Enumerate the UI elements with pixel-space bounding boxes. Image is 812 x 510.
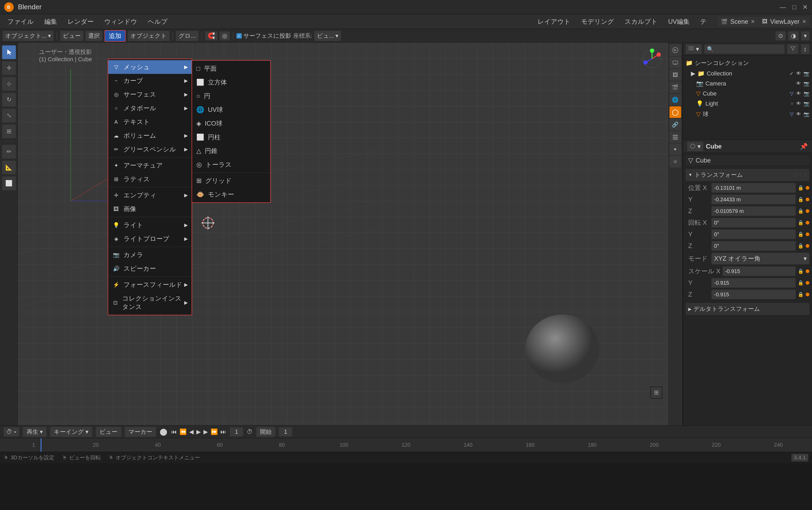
scale-y-lock[interactable]: 🔒	[798, 280, 804, 286]
menu-render[interactable]: レンダー	[63, 16, 98, 27]
menu-te[interactable]: テ	[695, 16, 712, 27]
mesh-torus[interactable]: ◎ トーラス	[192, 158, 270, 172]
next-keyframe-btn[interactable]: ▶	[203, 428, 208, 435]
cube-render-icon[interactable]: 📷	[804, 91, 809, 96]
maximize-button[interactable]: □	[792, 3, 796, 11]
object-name-field[interactable]: ▽ Cube	[686, 156, 809, 165]
collection-item[interactable]: ▶ 📁 Collection ✓ 👁 📷	[688, 69, 812, 79]
mesh-grid[interactable]: ⊞ グリッド	[192, 174, 270, 188]
viewport[interactable]: ユーザー・透視投影 (1) Collection | Cube ▽ メッシュ ▶	[18, 43, 668, 425]
timeline-view-btn[interactable]: ビュー	[96, 427, 121, 437]
location-x-field[interactable]: -0.13101 m	[712, 183, 795, 192]
scale-y-field[interactable]: -0.915	[712, 278, 795, 288]
next-frame-btn[interactable]: ⏩	[210, 428, 218, 435]
menu-lightprobe[interactable]: ◈ ライトプローブ ▶	[108, 232, 192, 246]
collection-eye-icon[interactable]: 👁	[796, 71, 801, 77]
jump-end-btn[interactable]: ⏭	[220, 428, 226, 435]
prop-particles-icon[interactable]: ✦	[669, 144, 681, 155]
play-stop-btn[interactable]: ▶	[196, 428, 201, 435]
menu-force[interactable]: ⚡ フォースフィールド ▶	[108, 278, 192, 292]
outliner-mode-btn[interactable]: ▾	[686, 44, 702, 54]
rotation-z-dot[interactable]	[806, 244, 809, 248]
outliner-filter-btn[interactable]	[787, 44, 798, 54]
menu-image[interactable]: 🖼 画像	[108, 202, 192, 216]
sphere-eye-icon[interactable]: 👁	[796, 111, 801, 117]
collection-expand-icon[interactable]: ▶	[691, 70, 695, 77]
rotation-x-dot[interactable]	[806, 221, 809, 224]
light-eye-icon[interactable]: 👁	[796, 101, 801, 107]
rotation-y-field[interactable]: 0°	[712, 230, 795, 239]
end-frame[interactable]: 1	[279, 427, 292, 437]
jump-start-btn[interactable]: ⏮	[171, 428, 177, 435]
transform-section[interactable]: トランスフォーム ⋮⋮⋮	[686, 169, 809, 181]
play-btn[interactable]: 再生 ▾	[23, 427, 47, 437]
proportional-edit-icon[interactable]: ◎	[220, 31, 230, 40]
location-z-dot[interactable]	[806, 209, 809, 213]
scale-z-lock[interactable]: 🔒	[798, 292, 804, 297]
location-x-dot[interactable]	[806, 186, 809, 190]
menu-mesh[interactable]: ▽ メッシュ ▶ □ 平面 ⬜ 立方体 ○	[108, 60, 192, 74]
menu-light[interactable]: 💡 ライト ▶	[108, 218, 192, 232]
rotation-x-lock[interactable]: 🔒	[798, 220, 804, 226]
marker-btn[interactable]: マーカー	[125, 427, 156, 437]
glo-menu[interactable]: グロ...	[176, 31, 198, 41]
close-button[interactable]: ✕	[803, 3, 808, 11]
menu-layout[interactable]: レイアウト	[533, 16, 575, 27]
prop-world-icon[interactable]: 🌐	[669, 94, 681, 106]
prop-modifier-icon[interactable]	[669, 131, 681, 143]
location-y-lock[interactable]: 🔒	[798, 197, 804, 202]
keying-btn[interactable]: キーイング ▾	[50, 427, 92, 437]
rotation-x-field[interactable]: 0°	[712, 218, 795, 228]
rotate-tool[interactable]: ↻	[2, 93, 16, 107]
location-y-field[interactable]: -0.24433 m	[712, 195, 795, 204]
pin-icon[interactable]: 📌	[800, 143, 808, 150]
menu-greasepencil[interactable]: ✏ グリースペンシル ▶	[108, 143, 192, 156]
scale-x-field[interactable]: -0.915	[723, 267, 795, 276]
overlay-button[interactable]: ⊙	[776, 31, 786, 40]
view-layer-name[interactable]: ViewLayer	[770, 18, 800, 25]
menu-window[interactable]: ウィンドウ	[99, 16, 142, 27]
mesh-cylinder[interactable]: ⬜ 円柱	[192, 130, 270, 144]
rotation-z-field[interactable]: 0°	[712, 241, 795, 251]
prop-mode-btn[interactable]: ▾	[687, 142, 703, 151]
location-y-dot[interactable]	[806, 198, 809, 201]
mesh-circle[interactable]: ○ 円	[192, 89, 270, 103]
surface-project-checkbox[interactable]: ✓	[236, 33, 242, 38]
menu-camera[interactable]: 📷 カメラ	[108, 248, 192, 262]
mesh-cone[interactable]: △ 円錐	[192, 144, 270, 158]
select-menu[interactable]: 選択	[86, 31, 103, 41]
sphere-tri-icon[interactable]: ▽	[790, 111, 793, 117]
surface-project-toggle[interactable]: ✓ サーフェスに投影	[236, 32, 291, 40]
scale-z-field[interactable]: -0.915	[712, 290, 795, 299]
shading-button[interactable]: ◑	[788, 31, 799, 40]
prop-scene-icon[interactable]: 🎬	[669, 82, 681, 93]
mesh-icosphere[interactable]: ◈ ICO球	[192, 117, 270, 130]
snap-magnet-icon[interactable]: 🧲	[205, 31, 218, 40]
measure-tool[interactable]: 📐	[2, 161, 16, 174]
annotate-tool[interactable]: ✏	[2, 145, 16, 158]
menu-metaball[interactable]: ○ メタボール ▶	[108, 101, 192, 115]
menu-curve[interactable]: ~ カーブ ▶	[108, 74, 192, 88]
mesh-uvsphere[interactable]: 🌐 UV球	[192, 103, 270, 117]
menu-lattice[interactable]: ⊞ ラティス	[108, 172, 192, 186]
location-z-lock[interactable]: 🔒	[798, 208, 804, 214]
current-frame[interactable]: 1	[230, 427, 243, 437]
scene-close-icon[interactable]: ✕	[751, 19, 755, 25]
menu-speaker[interactable]: 🔊 スピーカー	[108, 262, 192, 275]
transform-tool[interactable]: ⊞	[2, 124, 16, 138]
scene-name[interactable]: Scene	[730, 18, 748, 25]
rotation-z-lock[interactable]: 🔒	[798, 243, 804, 249]
navigation-gizmo[interactable]	[641, 48, 663, 71]
location-x-lock[interactable]: 🔒	[798, 185, 804, 191]
menu-armature[interactable]: ✦ アーマチュア	[108, 158, 192, 172]
location-z-field[interactable]: -0.010579 m	[712, 206, 795, 216]
cube-tri-icon[interactable]: ▽	[790, 91, 793, 96]
add-menu-button[interactable]: 追加	[105, 30, 126, 42]
menu-help[interactable]: ヘルプ	[143, 16, 172, 27]
menu-file[interactable]: ファイル	[3, 16, 38, 27]
coord-selector[interactable]: ビュ... ▾	[314, 31, 341, 41]
menu-collection[interactable]: ⊡ コレクションインスタンス ▶	[108, 292, 192, 314]
timeline-cursor[interactable]	[41, 438, 41, 452]
mesh-plane[interactable]: □ 平面	[192, 62, 270, 76]
add-cube-tool[interactable]: ⬜	[2, 177, 16, 190]
